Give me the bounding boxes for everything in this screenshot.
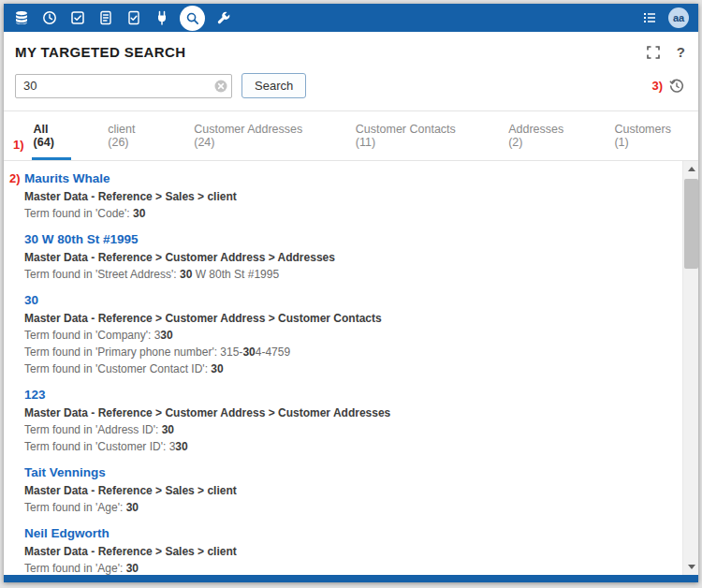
checklist-icon[interactable]: [69, 10, 85, 26]
tab-customers-1[interactable]: Customers (1): [612, 123, 685, 160]
clock-icon[interactable]: [41, 10, 57, 26]
result-item: 30Master Data - Reference > Customer Add…: [24, 293, 673, 375]
result-term-line: Term found in 'Street Address': 30 W 80t…: [24, 268, 673, 281]
app-window: aa MY TARGETED SEARCH ? Search 3) 1: [4, 4, 698, 582]
result-term-line: Term found in 'Age': 30: [24, 501, 673, 514]
result-item: 30 W 80th St #1995Master Data - Referenc…: [24, 232, 673, 281]
result-title-link[interactable]: 30 W 80th St #1995: [24, 232, 673, 246]
result-path: Master Data - Reference > Sales > client: [24, 190, 673, 203]
user-avatar[interactable]: aa: [668, 7, 689, 28]
vertical-scrollbar[interactable]: [682, 161, 698, 575]
search-input[interactable]: [15, 74, 232, 98]
top-toolbar: aa: [4, 4, 698, 32]
scroll-up-icon[interactable]: [683, 161, 698, 177]
clear-input-icon[interactable]: [214, 80, 227, 93]
wrench-icon[interactable]: [215, 10, 231, 26]
summary-list-icon[interactable]: [641, 10, 657, 26]
tab-customer-addresses-24[interactable]: Customer Addresses (24): [192, 123, 319, 160]
result-item: 123Master Data - Reference > Customer Ad…: [24, 388, 673, 453]
page-header: MY TARGETED SEARCH ?: [4, 32, 698, 67]
search-bar: Search 3): [4, 67, 698, 111]
result-title-link[interactable]: Neil Edgworth: [24, 526, 673, 540]
result-term-line: Term found in 'Code': 30: [24, 207, 673, 220]
search-icon[interactable]: [180, 6, 205, 31]
reset-history-icon[interactable]: [668, 78, 685, 95]
help-icon[interactable]: ?: [677, 44, 685, 60]
tab-addresses-2[interactable]: Addresses (2): [506, 123, 578, 160]
tab-all-64[interactable]: All (64): [32, 123, 72, 160]
footer-bar: [4, 575, 698, 582]
result-path: Master Data - Reference > Customer Addre…: [24, 312, 673, 325]
result-term-line: Term found in 'Company': 330: [24, 329, 673, 342]
result-title-link[interactable]: Tait Vennings: [24, 465, 673, 479]
search-results-area: 2) Maurits WhaleMaster Data - Reference …: [4, 161, 698, 575]
expand-icon[interactable]: [646, 44, 662, 60]
results-tabs-bar: 1) All (64)client (26)Customer Addresses…: [4, 111, 698, 161]
tabs-list: All (64)client (26)Customer Addresses (2…: [32, 123, 685, 160]
result-term-line: Term found in 'Age': 30: [24, 562, 673, 575]
result-path: Master Data - Reference > Customer Addre…: [24, 406, 673, 419]
search-results-list: Maurits WhaleMaster Data - Reference > S…: [4, 161, 682, 575]
annotation-1: 1): [13, 138, 24, 160]
result-term-line: Term found in 'Customer ID': 330: [24, 440, 673, 453]
database-icon[interactable]: [13, 10, 29, 26]
result-title-link[interactable]: 30: [24, 293, 673, 307]
tab-client-26[interactable]: client (26): [106, 123, 157, 160]
plug-icon[interactable]: [154, 10, 169, 26]
result-term-line: Term found in 'Address ID': 30: [24, 423, 673, 436]
report-icon[interactable]: [97, 10, 113, 26]
result-item: Maurits WhaleMaster Data - Reference > S…: [24, 171, 673, 220]
annotation-3: 3): [651, 79, 663, 93]
result-item: Neil EdgworthMaster Data - Reference > S…: [24, 526, 673, 575]
tab-customer-contacts-11[interactable]: Customer Contacts (11): [354, 123, 472, 160]
result-title-link[interactable]: Maurits Whale: [24, 171, 673, 185]
result-title-link[interactable]: 123: [24, 388, 673, 402]
result-path: Master Data - Reference > Sales > client: [24, 484, 673, 497]
page-title: MY TARGETED SEARCH: [15, 44, 186, 60]
result-term-line: Term found in 'Primary phone number': 31…: [24, 345, 673, 359]
result-item: Tait VenningsMaster Data - Reference > S…: [24, 465, 673, 514]
result-path: Master Data - Reference > Customer Addre…: [24, 251, 673, 264]
search-button[interactable]: Search: [241, 73, 306, 98]
result-path: Master Data - Reference > Sales > client: [24, 545, 673, 558]
scrollbar-thumb[interactable]: [684, 179, 698, 269]
audit-check-icon[interactable]: [125, 10, 141, 26]
scroll-down-icon[interactable]: [683, 559, 698, 575]
result-term-line: Term found in 'Customer Contact ID': 30: [24, 362, 673, 375]
